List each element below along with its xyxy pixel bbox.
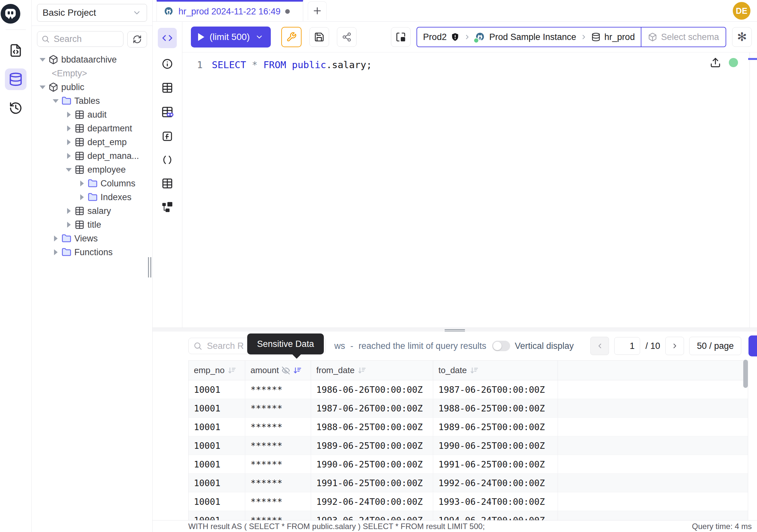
folder-icon bbox=[87, 192, 98, 202]
expand-right-arrow[interactable] bbox=[65, 222, 73, 228]
worksheet-nav-button[interactable] bbox=[5, 40, 26, 61]
wrench-icon bbox=[286, 32, 297, 42]
sidebar-search-input[interactable]: Search bbox=[37, 31, 123, 47]
expand-right-arrow[interactable] bbox=[65, 125, 73, 131]
tree-item-label: dept_emp bbox=[87, 137, 127, 147]
parentheses-icon[interactable] bbox=[162, 154, 173, 166]
tree-item-title[interactable]: title bbox=[32, 218, 152, 232]
tree-item-columns[interactable]: Columns bbox=[32, 176, 152, 190]
total-pages-label: / 10 bbox=[645, 341, 660, 351]
current-page-input[interactable]: 1 bbox=[614, 337, 640, 355]
column-header-to_date[interactable]: to_date bbox=[433, 361, 558, 380]
history-nav-button[interactable] bbox=[5, 97, 26, 119]
table-cell: 1991-06-25T00:00:00Z bbox=[433, 455, 558, 473]
column-header-emp_no[interactable]: emp_no bbox=[189, 361, 245, 380]
table-row[interactable]: 10001******1990-06-25T00:00:00Z1991-06-2… bbox=[189, 455, 748, 474]
toggle-knob bbox=[493, 342, 501, 350]
table-scrollbar-thumb[interactable] bbox=[743, 360, 748, 388]
tooltip-text: Sensitive Data bbox=[257, 339, 314, 349]
function-icon[interactable] bbox=[162, 130, 173, 142]
tree-item-label: employee bbox=[87, 165, 126, 175]
tree-item-employee[interactable]: employee bbox=[32, 163, 152, 176]
expand-right-arrow[interactable] bbox=[65, 112, 73, 118]
tree-item-public[interactable]: public bbox=[32, 80, 152, 94]
admin-wrench-button[interactable] bbox=[281, 27, 302, 47]
select-schema-button[interactable]: Select schema bbox=[641, 27, 726, 47]
table-row[interactable]: 10001******1986-06-26T00:00:00Z1987-06-2… bbox=[189, 380, 748, 399]
sort-icon[interactable] bbox=[293, 366, 302, 375]
table-header-row: emp_noamountfrom_dateto_date bbox=[189, 361, 748, 380]
info-icon[interactable] bbox=[162, 58, 173, 70]
column-header-from_date[interactable]: from_date bbox=[311, 361, 433, 380]
table-icon[interactable] bbox=[162, 82, 173, 94]
expand-right-arrow[interactable] bbox=[77, 180, 86, 186]
sort-icon[interactable] bbox=[469, 366, 479, 375]
tree-item-tables[interactable]: Tables bbox=[32, 94, 152, 108]
play-icon bbox=[198, 33, 204, 41]
tree-item-dept-mana[interactable]: dept_mana... bbox=[32, 149, 152, 163]
tree-item-audit[interactable]: audit bbox=[32, 108, 152, 121]
table-icon-2[interactable] bbox=[162, 177, 173, 189]
expand-right-arrow[interactable] bbox=[51, 249, 60, 255]
tree-item-indexes[interactable]: Indexes bbox=[32, 190, 152, 204]
save-sheet-button[interactable] bbox=[309, 27, 329, 47]
table-row[interactable]: 10001******1992-06-24T00:00:00Z1993-06-2… bbox=[189, 492, 748, 511]
sql-editor[interactable]: 1SELECT * FROM public.salary; bbox=[182, 52, 757, 328]
tree-item-salary[interactable]: salary bbox=[32, 204, 152, 218]
table-search-icon[interactable] bbox=[161, 106, 173, 118]
tree-item-dept-emp[interactable]: dept_emp bbox=[32, 135, 152, 149]
table-cell: ****** bbox=[245, 511, 311, 520]
project-selector[interactable]: Basic Project bbox=[37, 4, 147, 22]
table-row[interactable]: 10001******1993-06-24T00:00:00Z1994-06-2… bbox=[189, 511, 748, 520]
tree-item-empty[interactable]: <Empty> bbox=[32, 67, 152, 80]
expand-right-arrow[interactable] bbox=[65, 208, 73, 214]
new-tab-button[interactable] bbox=[308, 1, 327, 20]
table-cell: 1994-06-24T00:00:00Z bbox=[433, 511, 558, 520]
share-sheet-button[interactable] bbox=[337, 27, 356, 47]
schema-diagram-icon[interactable] bbox=[162, 202, 173, 213]
connection-target[interactable]: Prod2 Prod Sample Instance hr_prod bbox=[417, 27, 641, 47]
expand-right-arrow[interactable] bbox=[51, 235, 60, 241]
sidebar-resize-handle[interactable] bbox=[148, 257, 151, 277]
run-query-button[interactable]: (limit 500) bbox=[191, 26, 271, 47]
table-row[interactable]: 10001******1989-06-25T00:00:00Z1990-06-2… bbox=[189, 436, 748, 455]
expand-right-arrow[interactable] bbox=[65, 153, 73, 159]
ai-assistant-button[interactable]: ✻ bbox=[732, 27, 752, 47]
sort-icon[interactable] bbox=[357, 366, 366, 375]
vertical-display-toggle[interactable] bbox=[492, 341, 510, 351]
column-header-amount[interactable]: amount bbox=[245, 361, 311, 380]
expand-right-arrow[interactable] bbox=[77, 194, 86, 200]
table-row[interactable]: 10001******1987-06-26T00:00:00Z1988-06-2… bbox=[189, 399, 748, 418]
sql-token: * bbox=[252, 59, 263, 71]
database-nav-button[interactable] bbox=[5, 69, 26, 90]
tree-item-functions[interactable]: Functions bbox=[32, 245, 152, 259]
tree-item-views[interactable]: Views bbox=[32, 232, 152, 245]
expand-down-arrow[interactable] bbox=[51, 99, 60, 103]
tab-hr-prod[interactable]: hr_prod 2024-11-22 16:49 bbox=[157, 0, 303, 21]
prev-page-button[interactable] bbox=[590, 337, 609, 355]
expand-down-arrow[interactable] bbox=[38, 85, 47, 89]
expand-down-arrow[interactable] bbox=[38, 58, 47, 62]
upload-icon[interactable] bbox=[710, 57, 721, 68]
refresh-schema-button[interactable] bbox=[127, 31, 147, 47]
table-row[interactable]: 10001******1991-06-25T00:00:00Z1992-06-2… bbox=[189, 474, 748, 492]
page-size-select[interactable]: 50 / page bbox=[689, 337, 741, 355]
tree-item-bbdataarchive[interactable]: bbdataarchive bbox=[32, 53, 152, 67]
tree-item-department[interactable]: department bbox=[32, 121, 152, 135]
export-button-partial[interactable] bbox=[748, 335, 757, 357]
tree-item-label: Views bbox=[74, 234, 98, 244]
batch-query-button[interactable] bbox=[391, 27, 410, 47]
next-page-button[interactable] bbox=[665, 337, 684, 355]
table-cell: ****** bbox=[245, 492, 311, 511]
panel-resize-divider[interactable] bbox=[153, 328, 757, 331]
expand-right-arrow[interactable] bbox=[65, 139, 73, 145]
code-view-button[interactable] bbox=[158, 28, 177, 48]
row-info-dash: - bbox=[350, 341, 353, 351]
editor-scrollbar[interactable] bbox=[749, 52, 750, 328]
user-avatar[interactable]: DE bbox=[733, 2, 750, 20]
sort-icon[interactable] bbox=[227, 366, 236, 375]
column-header-filler bbox=[558, 361, 748, 380]
expand-down-arrow[interactable] bbox=[65, 168, 73, 172]
line-number: 1 bbox=[182, 58, 212, 72]
table-row[interactable]: 10001******1988-06-25T00:00:00Z1989-06-2… bbox=[189, 418, 748, 436]
